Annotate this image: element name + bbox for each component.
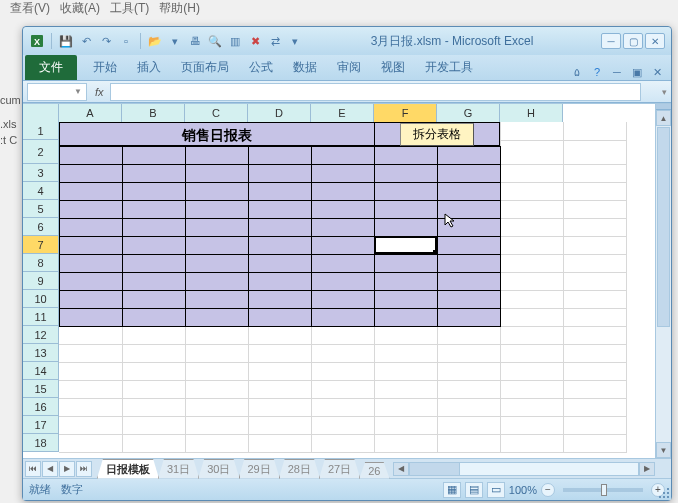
row-headers: 1 2 3 4 5 6 7 8 9 10 11 12 13 14 15 16 1…	[23, 122, 59, 452]
row-header[interactable]: 13	[23, 344, 58, 362]
col-header-F[interactable]: F	[374, 104, 437, 122]
row-header[interactable]: 10	[23, 290, 58, 308]
doc-minimize-icon[interactable]: ─	[609, 64, 625, 80]
bg-menu[interactable]: 查看(V)	[6, 0, 54, 18]
qat-dropdown-icon[interactable]: ▾	[287, 33, 303, 49]
col-header-E[interactable]: E	[311, 104, 374, 122]
bg-menu[interactable]: 收藏(A)	[56, 0, 104, 18]
scroll-right-icon[interactable]: ▶	[639, 462, 655, 476]
sheet-tab[interactable]: 28日	[279, 459, 320, 479]
minimize-button[interactable]: ─	[601, 33, 621, 49]
row-header[interactable]: 12	[23, 326, 58, 344]
tab-pagelayout[interactable]: 页面布局	[171, 55, 239, 80]
scroll-down-icon[interactable]: ▼	[656, 442, 671, 458]
vscroll-thumb[interactable]	[657, 127, 670, 327]
horizontal-scrollbar[interactable]: ◀ ▶	[393, 462, 656, 476]
undo-icon[interactable]: ↶	[78, 33, 94, 49]
tab-home[interactable]: 开始	[83, 55, 127, 80]
col-header-H[interactable]: H	[500, 104, 563, 122]
row-header[interactable]: 1	[23, 122, 58, 140]
close-button[interactable]: ✕	[645, 33, 665, 49]
zoom-slider[interactable]	[563, 488, 643, 492]
background-menu-bar: 查看(V) 收藏(A) 工具(T) 帮助(H)	[0, 0, 204, 18]
new-icon[interactable]: ▫	[118, 33, 134, 49]
sheet-tab[interactable]: 31日	[158, 459, 199, 479]
row-header[interactable]: 18	[23, 434, 58, 452]
sheet-tab[interactable]: 27日	[319, 459, 360, 479]
bg-menu[interactable]: 工具(T)	[106, 0, 153, 18]
row-header[interactable]: 9	[23, 272, 58, 290]
sheet-tab[interactable]: 30日	[198, 459, 239, 479]
qat-item[interactable]: ⇄	[267, 33, 283, 49]
formula-input[interactable]	[110, 83, 641, 101]
tab-view[interactable]: 视图	[371, 55, 415, 80]
scroll-left-icon[interactable]: ◀	[393, 462, 409, 476]
background-left-text: cum .xls :t C	[0, 90, 22, 150]
open-icon[interactable]: 📂	[147, 33, 163, 49]
view-pagebreak-icon[interactable]: ▭	[487, 482, 505, 498]
fx-label[interactable]: fx	[89, 86, 110, 98]
qat-item[interactable]: ▥	[227, 33, 243, 49]
scroll-up-icon[interactable]: ▲	[656, 110, 671, 126]
tab-developer[interactable]: 开发工具	[415, 55, 483, 80]
qat-item[interactable]: ✖	[247, 33, 263, 49]
name-box[interactable]: ▼	[27, 83, 87, 101]
sheet-tab[interactable]: 26	[359, 462, 389, 479]
doc-close-icon[interactable]: ✕	[649, 64, 665, 80]
window-controls: ─ ▢ ✕	[601, 33, 665, 49]
tab-last-icon[interactable]: ⏭	[76, 461, 92, 477]
view-pagelayout-icon[interactable]: ▤	[465, 482, 483, 498]
bg-menu[interactable]: 帮助(H)	[155, 0, 204, 18]
row-header[interactable]: 11	[23, 308, 58, 326]
titlebar[interactable]: X 💾 ↶ ↷ ▫ 📂 ▾ 🖶 🔍 ▥ ✖ ⇄ ▾ 3月日报.xlsm - Mi…	[23, 27, 671, 55]
col-header-B[interactable]: B	[122, 104, 185, 122]
tab-review[interactable]: 审阅	[327, 55, 371, 80]
row-header[interactable]: 4	[23, 182, 58, 200]
row-header[interactable]: 14	[23, 362, 58, 380]
redo-icon[interactable]: ↷	[98, 33, 114, 49]
hscroll-thumb[interactable]	[410, 463, 460, 475]
tab-prev-icon[interactable]: ◀	[42, 461, 58, 477]
tab-first-icon[interactable]: ⏮	[25, 461, 41, 477]
file-tab[interactable]: 文件	[25, 55, 77, 80]
formula-expand-icon[interactable]: ▾	[657, 87, 671, 97]
row-header[interactable]: 5	[23, 200, 58, 218]
col-header-A[interactable]: A	[59, 104, 122, 122]
qat-more-icon[interactable]: ▾	[167, 33, 183, 49]
select-all-corner[interactable]	[23, 104, 59, 122]
save-icon[interactable]: 💾	[58, 33, 74, 49]
print-icon[interactable]: 🖶	[187, 33, 203, 49]
row-header[interactable]: 16	[23, 398, 58, 416]
row-header[interactable]: 8	[23, 254, 58, 272]
split-table-button[interactable]: 拆分表格	[400, 123, 474, 146]
col-header-G[interactable]: G	[437, 104, 500, 122]
excel-icon[interactable]: X	[29, 33, 45, 49]
view-normal-icon[interactable]: ▦	[443, 482, 461, 498]
sheet-title-cell[interactable]: 销售日报表	[59, 122, 374, 146]
resize-grip-icon[interactable]	[657, 486, 669, 498]
vertical-scrollbar[interactable]: ▲ ▼	[655, 104, 671, 458]
col-header-C[interactable]: C	[185, 104, 248, 122]
row-header[interactable]: 7	[23, 236, 58, 254]
zoom-out-button[interactable]: −	[541, 483, 555, 497]
data-table[interactable]	[59, 146, 501, 327]
preview-icon[interactable]: 🔍	[207, 33, 223, 49]
zoom-level[interactable]: 100%	[509, 484, 537, 496]
zoom-thumb[interactable]	[601, 484, 607, 496]
row-header[interactable]: 3	[23, 164, 58, 182]
col-header-D[interactable]: D	[248, 104, 311, 122]
doc-restore-icon[interactable]: ▣	[629, 64, 645, 80]
tab-next-icon[interactable]: ▶	[59, 461, 75, 477]
sheet-tab-active[interactable]: 日报模板	[97, 459, 159, 479]
tab-formulas[interactable]: 公式	[239, 55, 283, 80]
help-icon[interactable]: ?	[589, 64, 605, 80]
row-header[interactable]: 17	[23, 416, 58, 434]
row-header[interactable]: 6	[23, 218, 58, 236]
maximize-button[interactable]: ▢	[623, 33, 643, 49]
sheet-tab[interactable]: 29日	[239, 459, 280, 479]
tab-insert[interactable]: 插入	[127, 55, 171, 80]
row-header[interactable]: 2	[23, 140, 58, 164]
tab-data[interactable]: 数据	[283, 55, 327, 80]
row-header[interactable]: 15	[23, 380, 58, 398]
ribbon-minimize-icon[interactable]: ۵	[569, 64, 585, 80]
